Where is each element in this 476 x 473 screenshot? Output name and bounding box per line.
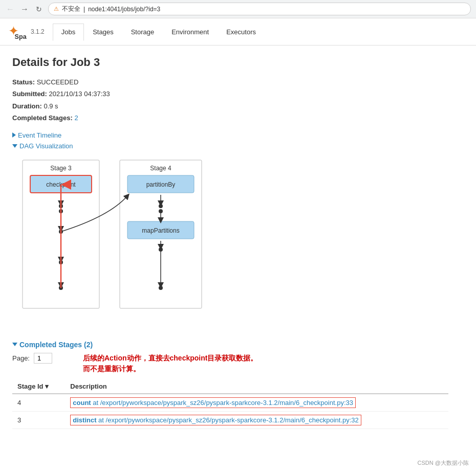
back-button[interactable]: ← — [5, 4, 15, 14]
description-cell: count at /export/pyworkspace/pyspark_sz2… — [65, 394, 448, 412]
nav-tabs: Jobs Stages Storage Environment Executor… — [53, 24, 265, 40]
spark-navbar: ✦ Spark 3.1.2 Jobs Stages Storage Enviro… — [0, 18, 476, 46]
stage-id-cell: 3 — [12, 411, 65, 429]
dag-section: DAG Visualization Stage 3 checkpoint — [12, 142, 448, 330]
duration-value: 0.9 s — [44, 102, 58, 110]
forward-button[interactable]: → — [19, 4, 30, 14]
nav-tab-environment[interactable]: Environment — [163, 24, 218, 40]
submitted-row: Submitted: 2021/10/13 04:37:33 — [12, 88, 448, 100]
dag-toggle[interactable]: DAG Visualization — [12, 142, 448, 150]
spark-flame-icon: ✦ Spark — [8, 22, 27, 41]
status-label: Status: — [12, 78, 35, 86]
submitted-value: 2021/10/13 04:37:33 — [49, 90, 110, 98]
description-cell: distinct at /export/pyworkspace/pyspark_… — [65, 411, 448, 429]
spark-logo: ✦ Spark 3.1.2 — [8, 22, 45, 41]
svg-text:partitionBy: partitionBy — [146, 181, 176, 188]
dag-svg: Stage 3 checkpoint Stage 4 — [12, 155, 217, 329]
submitted-label: Submitted: — [12, 90, 47, 98]
address-bar: ⚠ 不安全 | node1:4041/jobs/job/?id=3 — [48, 3, 471, 15]
nav-tab-jobs[interactable]: Jobs — [53, 24, 84, 41]
triangle-down-icon — [12, 144, 17, 148]
url-text: 不安全 — [62, 5, 80, 13]
stage-id-cell: 4 — [12, 394, 65, 412]
stages-table: Stage Id ▾ Description 4count at /export… — [12, 379, 448, 429]
annotation-text: 后续的Action动作，直接去checkpoint目录获取数据。而不是重新计算。 — [83, 353, 257, 374]
nav-tab-stages[interactable]: Stages — [84, 24, 122, 40]
svg-point-27 — [159, 286, 163, 290]
stages-table-body: 4count at /export/pyworkspace/pyspark_sz… — [12, 394, 448, 429]
url-value: node1:4041/jobs/job/?id=3 — [88, 6, 160, 13]
duration-label: Duration: — [12, 102, 42, 110]
completed-stages-title: Completed Stages (2) — [19, 341, 93, 349]
spark-version: 3.1.2 — [31, 28, 45, 35]
description-header: Description — [65, 379, 448, 394]
svg-text:mapPartitions: mapPartitions — [142, 227, 179, 234]
stage-description-link[interactable]: distinct at /export/pyworkspace/pyspark_… — [73, 416, 359, 424]
main-content: Details for Job 3 Status: SUCCEEDED Subm… — [0, 46, 461, 439]
completed-stages-link[interactable]: 2 — [74, 114, 78, 122]
svg-point-19 — [159, 204, 163, 208]
completed-stages-row: Completed Stages: 2 — [12, 112, 448, 124]
triangle-right-icon — [12, 132, 16, 138]
stage-id-sort-link[interactable]: Stage Id ▾ — [17, 382, 49, 390]
duration-row: Duration: 0.9 s — [12, 100, 448, 112]
nav-tab-storage[interactable]: Storage — [122, 24, 163, 40]
table-row: 3distinct at /export/pyworkspace/pyspark… — [12, 411, 448, 429]
url-separator: | — [83, 6, 85, 13]
nav-tab-executors[interactable]: Executors — [218, 24, 265, 40]
refresh-button[interactable]: ↻ — [34, 4, 44, 14]
page-and-annotation-row: Page: 后续的Action动作，直接去checkpoint目录获取数据。而不… — [12, 353, 448, 374]
browser-bar: ← → ↻ ⚠ 不安全 | node1:4041/jobs/job/?id=3 — [0, 0, 476, 18]
status-row: Status: SUCCEEDED — [12, 76, 448, 88]
table-header-row: Stage Id ▾ Description — [12, 379, 448, 394]
completed-stages-section-title: Completed Stages (2) — [12, 341, 448, 349]
event-timeline-label: Event Timeline — [18, 131, 61, 139]
completed-stages-label: Completed Stages: — [12, 114, 73, 122]
page-title: Details for Job 3 — [12, 56, 448, 69]
stage-id-header: Stage Id ▾ — [12, 379, 65, 394]
job-meta: Status: SUCCEEDED Submitted: 2021/10/13 … — [12, 76, 448, 124]
svg-point-20 — [159, 209, 163, 213]
description-header-text: Description — [70, 382, 107, 390]
status-value: SUCCEEDED — [37, 78, 79, 86]
stage-description-link[interactable]: count at /export/pyworkspace/pyspark_sz2… — [73, 399, 353, 407]
dag-visualization: Stage 3 checkpoint Stage 4 — [12, 155, 448, 330]
event-timeline-section: Event Timeline — [12, 131, 448, 139]
table-row: 4count at /export/pyworkspace/pyspark_sz… — [12, 394, 448, 412]
dag-label: DAG Visualization — [19, 142, 73, 150]
svg-text:Stage 3: Stage 3 — [50, 165, 72, 172]
svg-text:Stage 4: Stage 4 — [150, 165, 171, 172]
page-label: Page: — [12, 354, 30, 362]
lock-icon: ⚠ — [54, 6, 59, 12]
svg-point-25 — [159, 247, 163, 252]
event-timeline-toggle[interactable]: Event Timeline — [12, 131, 448, 139]
completed-stages-triangle-icon — [12, 343, 17, 346]
svg-text:Spark: Spark — [15, 33, 27, 40]
page-input[interactable] — [34, 353, 52, 364]
page-line: Page: — [12, 353, 52, 364]
